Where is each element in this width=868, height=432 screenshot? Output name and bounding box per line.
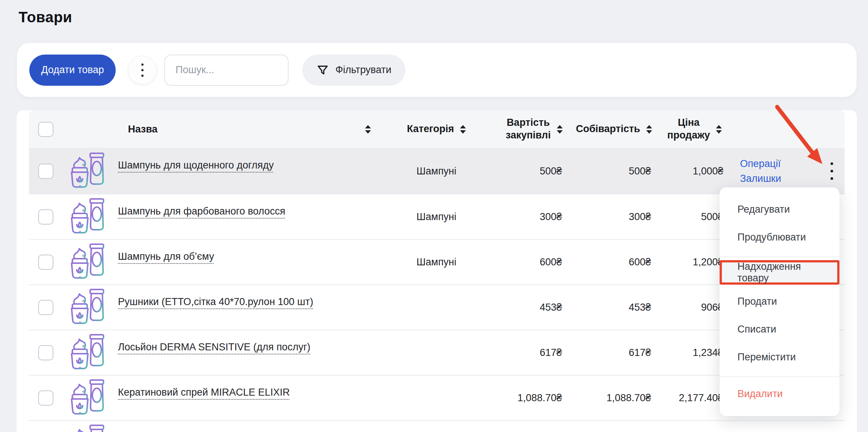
row-checkbox[interactable]	[38, 164, 53, 179]
row-kebab-menu-button[interactable]	[828, 160, 835, 182]
menu-item-goods-receipt[interactable]: Надходження товару	[720, 260, 839, 285]
menu-item-move[interactable]: Перемістити	[720, 343, 839, 371]
purchase-cost-cell	[499, 421, 569, 432]
sort-arrows-icon[interactable]	[716, 125, 722, 134]
filter-button-label: Фільтрувати	[335, 64, 391, 76]
category-cell	[374, 330, 499, 375]
row-checkbox[interactable]	[38, 390, 53, 406]
purchase-cost-cell: 453₴	[499, 285, 569, 330]
cosmetics-jar-and-tube-icon	[59, 421, 118, 432]
header-sale-price[interactable]: Ціна продажу	[658, 110, 731, 148]
table-row	[29, 420, 845, 432]
add-product-button[interactable]: Додати товар	[29, 55, 116, 86]
purchase-cost-cell: 500₴	[499, 148, 569, 194]
header-sale-price-label: Ціна продажу	[667, 117, 710, 142]
header-cost-price-label: Собівартість	[576, 123, 640, 135]
product-name-link[interactable]: Лосьйон DERMA SENSITIVE (для послуг)	[118, 341, 310, 353]
menu-item-duplicate[interactable]: Продублювати	[720, 223, 839, 251]
header-category-label: Категорія	[407, 123, 454, 135]
purchase-cost-cell: 300₴	[499, 194, 569, 239]
category-cell	[374, 376, 499, 420]
product-name-link[interactable]: Шампунь для об’єму	[118, 251, 214, 262]
menu-item-delete[interactable]: Видалити	[720, 380, 839, 408]
product-name-link[interactable]: Шампунь для фарбованого волосся	[118, 206, 285, 217]
toolbar-more-actions-button[interactable]	[128, 56, 157, 85]
select-all-checkbox[interactable]	[38, 122, 53, 137]
toolbar: Додати товар Фільтрувати	[17, 43, 857, 97]
row-checkbox[interactable]	[38, 345, 53, 360]
cosmetics-jar-and-tube-icon	[59, 240, 118, 284]
table-row: Шампунь для щоденного догляду Шампуні 50…	[29, 148, 845, 194]
page-title: Товари	[19, 9, 72, 26]
header-category[interactable]: Категорія	[374, 110, 499, 148]
sort-arrows-icon[interactable]	[557, 125, 563, 134]
category-cell: Шампуні	[374, 148, 499, 194]
category-cell	[374, 285, 499, 330]
menu-divider	[720, 256, 839, 257]
cost-price-cell	[569, 421, 658, 432]
product-name-link[interactable]: Рушники (ЕТТО,сітка 40*70.рулон 100 шт)	[118, 296, 313, 308]
cost-price-cell: 617₴	[569, 330, 658, 375]
context-menu: РедагуватиПродублюватиНадходження товару…	[720, 187, 839, 416]
row-checkbox[interactable]	[38, 255, 53, 270]
sort-arrows-icon[interactable]	[460, 125, 466, 134]
menu-item-sell[interactable]: Продати	[720, 288, 839, 315]
cosmetics-jar-and-tube-icon	[59, 194, 118, 239]
row-checkbox[interactable]	[38, 209, 53, 225]
cost-price-cell: 600₴	[569, 240, 658, 284]
cosmetics-jar-and-tube-icon	[59, 330, 118, 375]
header-cost-price[interactable]: Собівартість	[569, 110, 658, 148]
row-action-link[interactable]: Операції	[740, 156, 781, 171]
products-page: Товари Додати товар Фільтрувати Назва	[0, 0, 868, 432]
kebab-menu-icon	[141, 63, 144, 66]
funnel-icon	[316, 64, 329, 76]
filter-button[interactable]: Фільтрувати	[302, 55, 405, 86]
cost-price-cell: 300₴	[569, 194, 658, 239]
category-cell	[374, 421, 499, 432]
menu-item-edit[interactable]: Редагувати	[720, 196, 839, 223]
product-name-link[interactable]: Шампунь для щоденного догляду	[118, 160, 274, 171]
row-checkbox[interactable]	[38, 300, 53, 315]
purchase-cost-cell: 617₴	[499, 330, 569, 375]
header-name[interactable]: Назва	[118, 110, 374, 148]
cosmetics-jar-and-tube-icon	[59, 285, 118, 330]
cosmetics-jar-and-tube-icon	[59, 148, 118, 194]
sale-price-cell: 1,000₴	[658, 148, 731, 194]
sale-price-cell	[658, 421, 731, 432]
header-purchase-cost-label: Вартість закупівлі	[506, 117, 550, 142]
cosmetics-jar-and-tube-icon	[59, 376, 118, 420]
header-purchase-cost[interactable]: Вартість закупівлі	[499, 110, 569, 148]
category-cell: Шампуні	[374, 240, 499, 284]
cost-price-cell: 453₴	[569, 285, 658, 330]
row-action-link[interactable]: Залишки	[740, 171, 781, 186]
purchase-cost-cell: 1,088.70₴	[499, 376, 569, 420]
search-input[interactable]	[164, 55, 289, 86]
menu-divider	[720, 376, 839, 377]
category-cell: Шампуні	[374, 194, 499, 239]
sort-arrows-icon[interactable]	[355, 125, 371, 134]
purchase-cost-cell: 600₴	[499, 240, 569, 284]
product-name-link[interactable]: Кератиновий спрей MIRACLE ELIXIR	[118, 387, 290, 398]
header-name-label: Назва	[118, 124, 158, 135]
sort-arrows-icon[interactable]	[646, 125, 652, 134]
cost-price-cell: 500₴	[569, 148, 658, 194]
menu-item-write-off[interactable]: Списати	[720, 315, 839, 343]
table-header-row: Назва Категорія Вартість закупівлі Собів…	[29, 110, 845, 148]
cost-price-cell: 1,088.70₴	[569, 376, 658, 420]
